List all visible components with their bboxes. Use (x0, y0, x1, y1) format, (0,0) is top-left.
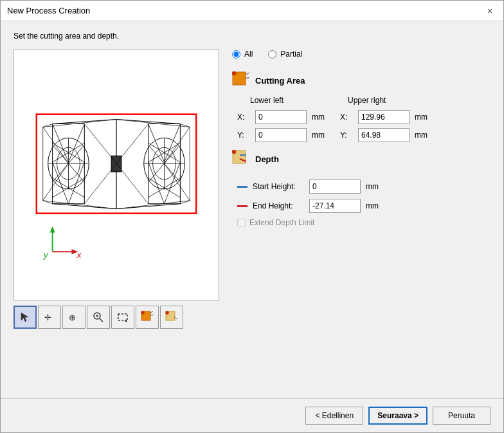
cutting-area-header: Cutting Area (232, 71, 491, 89)
start-height-label: Start Height: (253, 182, 304, 191)
svg-point-85 (232, 71, 236, 75)
ur-x-input[interactable] (358, 110, 410, 124)
footer: < Edellinen Seuraava > Peruuta (1, 398, 503, 432)
lower-left-label: Lower left (250, 96, 284, 105)
tool-move[interactable]: ✛ (38, 306, 61, 329)
x-label-1: X: (237, 113, 250, 122)
depth-title: Depth (255, 154, 279, 164)
unit-4: mm (415, 131, 428, 140)
close-button[interactable]: × (483, 4, 497, 18)
next-button[interactable]: Seuraava > (368, 407, 428, 425)
radio-all-label[interactable]: All (232, 50, 253, 59)
upper-right-label: Upper right (348, 96, 386, 105)
left-panel: y x (14, 50, 219, 388)
svg-line-79 (150, 311, 153, 313)
radio-all-text: All (244, 50, 253, 59)
ll-y-input[interactable] (255, 128, 307, 142)
view-mode-group: All Partial (232, 50, 491, 59)
x-label-2: X: (340, 113, 353, 122)
end-height-indicator (237, 205, 248, 207)
svg-point-89 (232, 150, 236, 154)
svg-line-72 (100, 318, 103, 322)
y-label-1: Y: (237, 131, 250, 140)
depth-unit-2: mm (366, 201, 379, 210)
dialog: New Process Creation × Set the cutting a… (0, 0, 504, 433)
start-height-input[interactable] (309, 180, 361, 194)
unit-2: mm (415, 113, 428, 122)
toolbar: ✛ ⊕ (14, 306, 219, 329)
svg-point-78 (141, 311, 145, 315)
coords-headers: Lower left Upper right (237, 96, 491, 105)
svg-text:✛: ✛ (44, 313, 51, 322)
extend-depth-label: Extend Depth Limit (249, 218, 314, 227)
coords-container: Lower left Upper right X: mm X: mm (232, 96, 491, 142)
canvas-area[interactable]: y x (14, 50, 219, 300)
tool-depth[interactable] (160, 306, 183, 329)
tool-zoom[interactable] (87, 306, 110, 329)
depth-header: Depth (232, 150, 491, 168)
end-height-input[interactable] (309, 199, 361, 213)
svg-line-86 (246, 73, 249, 75)
svg-point-82 (166, 311, 169, 315)
extend-depth-checkbox[interactable] (237, 219, 246, 227)
radio-partial-label[interactable]: Partial (268, 50, 302, 59)
cutting-area-title: Cutting Area (255, 76, 305, 86)
unit-1: mm (312, 113, 325, 122)
svg-text:x: x (76, 250, 82, 260)
tool-select-rect[interactable] (111, 306, 134, 329)
radio-partial[interactable] (268, 50, 276, 59)
cancel-button[interactable]: Peruuta (433, 407, 491, 425)
y-row: Y: mm Y: mm (237, 128, 491, 142)
ll-x-input[interactable] (255, 110, 307, 124)
radio-all[interactable] (232, 50, 240, 59)
tool-arrow[interactable] (14, 306, 37, 329)
depth-icon (232, 150, 250, 168)
tool-cutting-area[interactable] (136, 306, 159, 329)
instruction-text: Set the cutting area and depth. (14, 32, 491, 41)
end-height-label: End Height: (253, 201, 304, 210)
right-panel: All Partial (232, 50, 491, 388)
prev-button[interactable]: < Edellinen (305, 407, 363, 425)
title-bar: New Process Creation × (1, 1, 503, 21)
svg-marker-68 (21, 313, 28, 322)
depth-unit-1: mm (366, 182, 379, 191)
extend-depth-row: Extend Depth Limit (232, 218, 491, 227)
main-area: y x (14, 50, 491, 388)
depth-section: Depth Start Height: mm End Height: (232, 150, 491, 227)
ur-y-input[interactable] (358, 128, 410, 142)
cutting-area-icon (232, 71, 250, 89)
svg-text:⊕: ⊕ (69, 313, 76, 322)
dialog-title: New Process Creation (7, 6, 90, 15)
cutting-area-section: Cutting Area Lower left Upper right X: m… (232, 71, 491, 142)
radio-partial-text: Partial (280, 50, 302, 59)
end-height-row: End Height: mm (232, 199, 491, 213)
y-label-2: Y: (340, 131, 353, 140)
unit-3: mm (312, 131, 325, 140)
start-height-row: Start Height: mm (232, 180, 491, 194)
dialog-content: Set the cutting area and depth. (1, 21, 503, 398)
tool-pan[interactable]: ⊕ (62, 306, 86, 329)
x-row: X: mm X: mm (237, 110, 491, 124)
start-height-indicator (237, 186, 248, 188)
svg-text:y: y (43, 250, 49, 260)
